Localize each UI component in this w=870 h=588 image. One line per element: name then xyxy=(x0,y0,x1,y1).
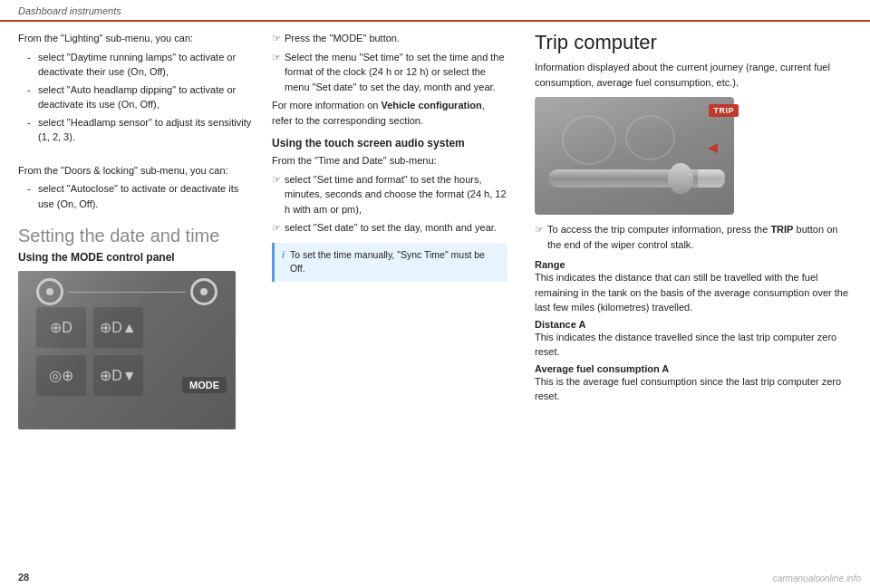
distance-label: Distance A xyxy=(535,319,585,330)
right-column: Trip computer Information displayed abou… xyxy=(526,31,852,559)
section-title: Setting the date and time xyxy=(18,224,254,247)
steering-center-right xyxy=(200,288,208,295)
stalk-knob xyxy=(668,163,693,194)
bullet-text: select "Set time and format" to set the … xyxy=(285,172,508,217)
vehicle-config-bold: Vehicle configuration xyxy=(381,100,481,111)
bullet-arrow: ☞ xyxy=(535,222,544,252)
middle-column: ☞ Press the "MODE" button. ☞ Select the … xyxy=(263,31,517,559)
list-item: select "Autoclose" to activate or deacti… xyxy=(27,181,254,211)
mode-bullet-1: ☞ Press the "MODE" button. xyxy=(272,31,508,46)
bullet-text: select "Set date" to set the day, month … xyxy=(285,220,508,236)
range-label: Range xyxy=(535,259,566,270)
for-more-text: For more information on Vehicle configur… xyxy=(272,98,508,128)
trip-title: Trip computer xyxy=(535,31,852,54)
list-item: select "Headlamp sensor" to adjust its s… xyxy=(27,115,254,145)
mode-button: MODE xyxy=(182,377,227,393)
panel-icon-4: ⊕D▼ xyxy=(93,355,143,396)
distance-text: This indicates the distance travelled si… xyxy=(535,330,852,360)
audio-intro: From the "Time and Date" sub-menu: xyxy=(272,153,508,169)
bullet-arrow: ☞ xyxy=(272,31,281,46)
trip-bold: TRIP xyxy=(770,224,793,235)
main-content: From the "Lighting" sub-menu, you can: s… xyxy=(0,22,870,568)
left-column: From the "Lighting" sub-menu, you can: s… xyxy=(18,31,254,559)
mode-panel-inner: ⊕D ⊕D▲ ◎⊕ ⊕D▼ MODE xyxy=(18,271,236,429)
steering-center xyxy=(46,288,53,295)
range-text: This indicates the distance that can sti… xyxy=(535,270,852,315)
list-item: select "Auto headlamp dipping" to activa… xyxy=(27,82,254,112)
panel-icon-3: ◎⊕ xyxy=(36,355,86,396)
doors-list: select "Autoclose" to activate or deacti… xyxy=(27,181,254,211)
range-section: Range This indicates the distance that c… xyxy=(535,259,852,404)
trip-bullet-text: To access the trip computer information,… xyxy=(547,222,852,252)
watermark: carmanualsonline.info xyxy=(773,574,861,583)
info-box: i To set the time manually, "Sync Time" … xyxy=(272,243,508,283)
list-item: select "Daytime running lamps" to activa… xyxy=(27,50,254,80)
dial-left xyxy=(562,115,616,165)
trip-bullet-plain: To access the trip computer information,… xyxy=(547,224,770,235)
bullet-arrow: ☞ xyxy=(272,220,281,236)
page: Dashboard instruments From the "Lighting… xyxy=(0,0,870,588)
dial-right xyxy=(625,115,675,160)
trip-arrow-icon: ▸ xyxy=(708,138,718,161)
avg-text: This is the average fuel consumption sin… xyxy=(535,374,852,404)
panel-icons-grid: ⊕D ⊕D▲ ◎⊕ ⊕D▼ xyxy=(36,307,143,396)
panel-icon-2: ⊕D▲ xyxy=(93,307,143,348)
bullet-text: Select the menu "Set time" to set the ti… xyxy=(285,50,508,95)
lighting-list: select "Daytime running lamps" to activa… xyxy=(27,50,254,145)
for-more-plain: For more information on xyxy=(272,100,381,111)
bullet-text: Press the "MODE" button. xyxy=(285,31,508,46)
lighting-intro: From the "Lighting" sub-menu, you can: xyxy=(18,31,254,46)
page-number: 28 xyxy=(0,568,870,588)
trip-desc: Information displayed about the current … xyxy=(535,60,852,90)
steering-wheel-right xyxy=(190,278,218,305)
header-title: Dashboard instruments xyxy=(18,5,121,16)
trip-badge: TRIP xyxy=(709,104,739,117)
trip-access-bullet: ☞ To access the trip computer informatio… xyxy=(535,222,852,252)
audio-bullet-1: ☞ select "Set time and format" to set th… xyxy=(272,172,508,217)
info-icon: i xyxy=(282,248,285,277)
stalk-tip xyxy=(698,169,725,188)
steering-wheel-left xyxy=(36,278,63,305)
avg-label: Average fuel consumption A xyxy=(535,363,669,374)
panel-icon-1: ⊕D xyxy=(36,307,86,348)
audio-title: Using the touch screen audio system xyxy=(272,137,508,149)
steering-row xyxy=(18,278,236,305)
mode-bullet-2: ☞ Select the menu "Set time" to set the … xyxy=(272,50,508,95)
header-bar: Dashboard instruments xyxy=(0,0,870,22)
audio-bullet-2: ☞ select "Set date" to set the day, mont… xyxy=(272,220,508,236)
dash-line xyxy=(68,292,186,293)
info-text: To set the time manually, "Sync Time" mu… xyxy=(290,248,500,277)
bullet-arrow: ☞ xyxy=(272,50,281,95)
bullet-arrow: ☞ xyxy=(272,172,281,217)
subsection-title: Using the MODE control panel xyxy=(18,251,254,264)
mode-panel-image: ⊕D ⊕D▲ ◎⊕ ⊕D▼ MODE xyxy=(18,271,236,429)
trip-image: TRIP ▸ xyxy=(535,97,734,215)
doors-intro: From the "Doors & locking" sub-menu, you… xyxy=(18,163,254,178)
